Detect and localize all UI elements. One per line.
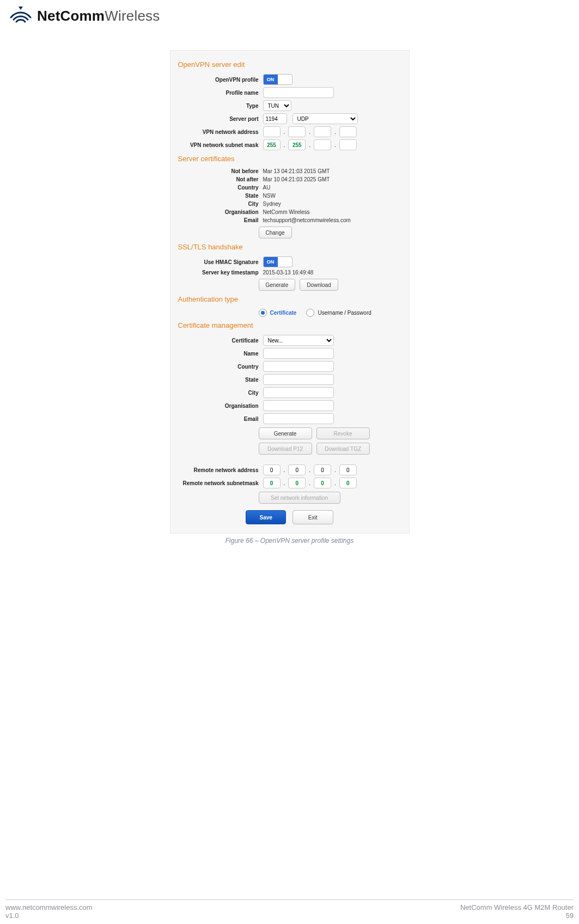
section-title-certmgmt: Certificate management: [178, 321, 401, 329]
value-email: techsupport@netcommwireless.com: [263, 217, 351, 223]
auth-radio-userpass[interactable]: [306, 309, 314, 317]
section-title-ssl: SSL/TLS handshake: [178, 243, 401, 251]
value-country: AU: [263, 185, 271, 191]
brand-text: NetCommWireless: [37, 8, 160, 25]
footer-url: www.netcommwireless.com: [5, 903, 93, 911]
label-vpn-network-address: VPN network address: [178, 129, 263, 135]
label-cert: Certificate: [178, 338, 263, 344]
value-server-key-ts: 2015-03-13 16:49:48: [263, 270, 314, 276]
vnsm-octet-2[interactable]: [288, 139, 306, 150]
wifi-icon: [9, 5, 33, 26]
rns-octet-1[interactable]: [263, 478, 281, 488]
footer-page: 59: [460, 911, 574, 920]
openvpn-profile-toggle[interactable]: ON: [263, 74, 292, 85]
cert-email-input[interactable]: [263, 413, 334, 424]
cert-select[interactable]: New...: [263, 335, 334, 346]
label-hmac: Use HMAC Signature: [178, 259, 263, 265]
vna-octet-3[interactable]: [314, 126, 331, 137]
label-remote-net-addr: Remote network address: [178, 467, 263, 473]
label-not-after: Not after: [178, 176, 263, 182]
label-city: City: [178, 201, 263, 207]
save-button[interactable]: Save: [246, 510, 285, 524]
section-title-auth: Authentication type: [178, 295, 401, 303]
cert-name-input[interactable]: [263, 348, 334, 359]
label-not-before: Not before: [178, 168, 263, 174]
cert-generate-button[interactable]: Generate: [259, 427, 312, 439]
value-state: NSW: [263, 193, 276, 199]
download-tgz-button[interactable]: Download TGZ: [316, 443, 370, 455]
label-cert-email: Email: [178, 416, 263, 422]
rna-octet-3[interactable]: [314, 464, 331, 475]
page-footer: www.netcommwireless.com v1.0 NetComm Wir…: [5, 899, 574, 920]
rns-octet-4[interactable]: [339, 478, 357, 488]
exit-button[interactable]: Exit: [292, 510, 333, 524]
generate-button[interactable]: Generate: [259, 279, 296, 291]
label-profile-name: Profile name: [178, 90, 263, 96]
svg-marker-0: [19, 7, 23, 10]
rna-octet-4[interactable]: [339, 464, 357, 475]
label-cert-city: City: [178, 390, 263, 396]
label-server-port: Server port: [178, 116, 263, 122]
profile-name-input[interactable]: [263, 87, 334, 98]
label-server-key-ts: Server key timestamp: [178, 270, 263, 276]
vna-octet-4[interactable]: [339, 126, 357, 137]
label-cert-country: Country: [178, 364, 263, 370]
settings-panel: OpenVPN server edit OpenVPN profile ON P…: [170, 50, 410, 534]
figure-caption: Figure 66 – OpenVPN server profile setti…: [170, 537, 410, 544]
vnsm-octet-3[interactable]: [314, 139, 331, 150]
rns-octet-3[interactable]: [314, 478, 331, 488]
value-not-after: Mar 10 04:21:03 2025 GMT: [263, 176, 330, 182]
vnsm-octet-4[interactable]: [339, 139, 357, 150]
toggle-on-label: ON: [264, 257, 278, 267]
label-email: Email: [178, 217, 263, 223]
brand-header: NetCommWireless: [5, 5, 574, 26]
set-network-button[interactable]: Set network information: [259, 492, 340, 504]
label-type: Type: [178, 103, 263, 109]
cert-country-input[interactable]: [263, 361, 334, 372]
vna-octet-2[interactable]: [288, 126, 306, 137]
value-org: NetComm Wireless: [263, 209, 310, 215]
rna-octet-1[interactable]: [263, 464, 281, 475]
section-title-openvpn: OpenVPN server edit: [178, 60, 401, 69]
hmac-toggle[interactable]: ON: [263, 256, 292, 267]
rns-octet-2[interactable]: [288, 478, 306, 488]
auth-radio-certificate[interactable]: [259, 309, 267, 317]
cert-city-input[interactable]: [263, 387, 334, 398]
label-name: Name: [178, 351, 263, 357]
auth-label-certificate: Certificate: [270, 310, 297, 316]
cert-state-input[interactable]: [263, 374, 334, 385]
label-cert-org: Organisation: [178, 403, 263, 409]
value-city: Sydney: [263, 201, 281, 207]
type-select[interactable]: TUN: [263, 100, 291, 111]
protocol-select[interactable]: UDP: [292, 113, 358, 124]
rna-octet-2[interactable]: [288, 464, 306, 475]
label-country: Country: [178, 185, 263, 191]
toggle-on-label: ON: [264, 75, 278, 84]
label-org: Organisation: [178, 209, 263, 215]
download-p12-button[interactable]: Download P12: [259, 443, 312, 455]
cert-revoke-button[interactable]: Revoke: [316, 427, 370, 439]
footer-product: NetComm Wireless 4G M2M Router: [460, 903, 574, 911]
label-openvpn-profile: OpenVPN profile: [178, 77, 263, 83]
label-vpn-subnet-mask: VPN network subnet mask: [178, 142, 263, 148]
section-title-server-certs: Server certificates: [178, 155, 401, 163]
value-not-before: Mar 13 04:21:03 2015 GMT: [263, 168, 330, 174]
change-button[interactable]: Change: [259, 227, 292, 238]
footer-version: v1.0: [5, 911, 93, 920]
auth-label-userpass: Username / Password: [318, 310, 371, 316]
label-cert-state: State: [178, 377, 263, 383]
label-state: State: [178, 193, 263, 199]
vna-octet-1[interactable]: [263, 126, 281, 137]
download-button[interactable]: Download: [300, 279, 338, 291]
server-port-input[interactable]: [263, 113, 287, 124]
vnsm-octet-1[interactable]: [263, 139, 281, 150]
cert-org-input[interactable]: [263, 400, 334, 411]
label-remote-net-mask: Remote network subnetmask: [178, 480, 263, 486]
